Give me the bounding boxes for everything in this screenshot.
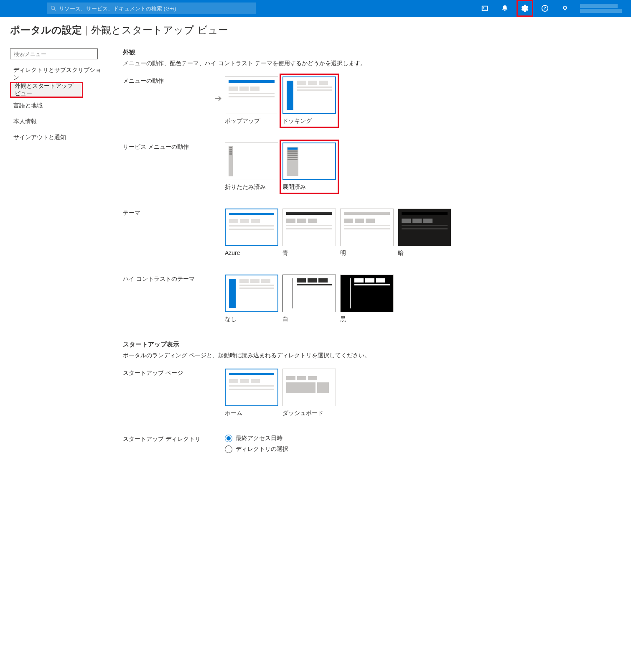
startup-dir-last[interactable]: 最終アクセス日時	[225, 435, 288, 442]
feedback-icon[interactable]	[557, 0, 573, 17]
startup-page-home[interactable]	[225, 369, 278, 406]
theme-light-label: 明	[340, 249, 394, 257]
top-bar	[0, 0, 631, 17]
service-menu-expanded[interactable]	[282, 143, 336, 180]
startup-desc: ポータルのランディング ページと、起動時に読み込まれるディレクトリを選択してくだ…	[123, 352, 621, 359]
theme-dark-label: 暗	[398, 249, 451, 257]
contrast-none-label: なし	[225, 316, 278, 323]
menu-behavior-flyout-label: ポップアップ	[225, 117, 278, 125]
contrast-white[interactable]	[282, 275, 336, 312]
sidebar-item-language[interactable]: 言語と地域	[10, 98, 106, 114]
menu-behavior-label: メニューの動作	[123, 76, 225, 125]
theme-label: テーマ	[123, 209, 225, 257]
settings-icon[interactable]	[517, 0, 533, 17]
startup-page-label: スタートアップ ページ	[123, 369, 225, 417]
contrast-black-label: 黒	[340, 316, 394, 323]
sidebar-item-myinfo[interactable]: 本人情報	[10, 114, 106, 130]
notifications-icon[interactable]	[496, 0, 513, 17]
theme-azure[interactable]	[225, 209, 278, 246]
search-icon	[51, 5, 56, 11]
theme-light[interactable]	[340, 209, 394, 246]
appearance-desc: メニューの動作、配色テーマ、ハイ コントラスト テーマを使用するかどうかを選択し…	[123, 60, 621, 67]
menu-behavior-flyout[interactable]	[225, 76, 278, 114]
service-menu-expanded-label: 展開済み	[282, 183, 336, 191]
arrow-right-icon: ➔	[215, 93, 222, 103]
contrast-black[interactable]	[340, 275, 394, 312]
contrast-white-label: 白	[282, 316, 336, 323]
contrast-label: ハイ コントラストのテーマ	[123, 275, 225, 323]
settings-sidebar: ディレクトリとサブスクリプション 外観とスタートアップ ビュー 言語と地域 本人…	[10, 48, 106, 471]
page-title: ポータルの設定|外観とスタートアップ ビュー	[10, 23, 621, 37]
menu-behavior-docked-label: ドッキング	[282, 117, 336, 125]
theme-azure-label: Azure	[225, 249, 278, 256]
global-search-input[interactable]	[59, 5, 252, 12]
theme-blue[interactable]	[282, 209, 336, 246]
startup-page-dashboard-label: ダッシュボード	[282, 410, 336, 417]
menu-behavior-docked[interactable]	[282, 76, 336, 114]
sidebar-item-appearance[interactable]: 外観とスタートアップ ビュー	[10, 82, 83, 98]
sidebar-item-directories[interactable]: ディレクトリとサブスクリプション	[10, 66, 106, 82]
sidebar-item-signout[interactable]: サインアウトと通知	[10, 130, 106, 145]
global-search[interactable]	[47, 3, 256, 14]
startup-dir-select[interactable]: ディレクトリの選択	[225, 445, 288, 453]
startup-page-home-label: ホーム	[225, 410, 278, 417]
cloud-shell-icon[interactable]	[476, 0, 493, 17]
startup-heading: スタートアップ表示	[123, 341, 621, 349]
service-menu-label: サービス メニューの動作	[123, 143, 225, 191]
sidebar-search-input[interactable]	[10, 48, 98, 59]
user-account[interactable]	[580, 2, 626, 15]
help-icon[interactable]	[537, 0, 553, 17]
theme-blue-label: 青	[282, 249, 336, 257]
startup-dir-label: スタートアップ ディレクトリ	[123, 435, 225, 453]
theme-dark[interactable]	[398, 209, 451, 246]
service-menu-collapsed-label: 折りたたみ済み	[225, 183, 278, 191]
contrast-none[interactable]	[225, 275, 278, 312]
appearance-heading: 外観	[123, 48, 621, 56]
startup-page-dashboard[interactable]	[282, 369, 336, 406]
service-menu-collapsed[interactable]	[225, 143, 278, 180]
